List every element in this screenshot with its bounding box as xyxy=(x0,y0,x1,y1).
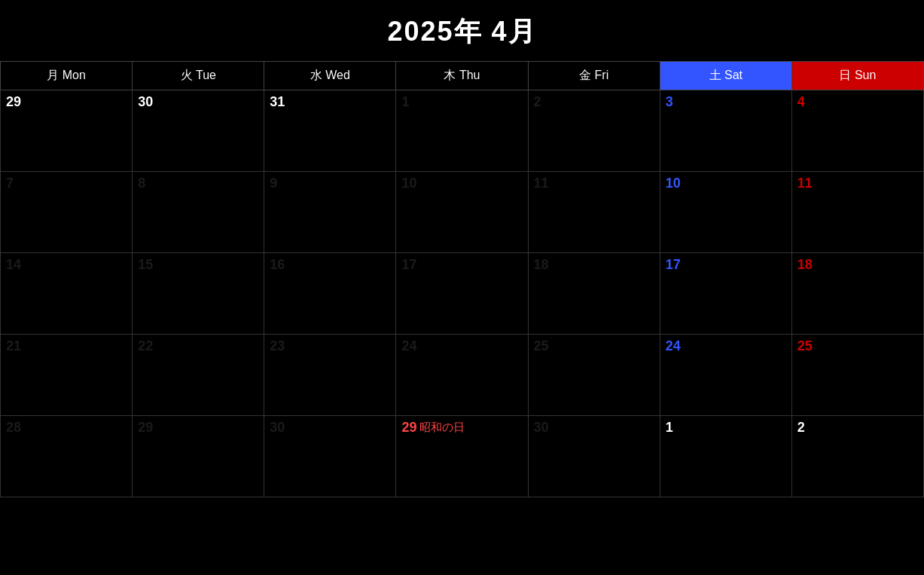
holiday-name: 昭和の日 xyxy=(419,421,465,435)
calendar-day[interactable]: 28 xyxy=(1,416,133,497)
calendar-day[interactable]: 21 xyxy=(1,335,133,416)
calendar-day[interactable]: 23 xyxy=(264,335,396,416)
day-number: 15 xyxy=(138,257,153,272)
calendar-day[interactable]: 7 xyxy=(1,172,133,253)
calendar-week-1: 2930311234 xyxy=(1,90,924,172)
day-number: 29 xyxy=(401,420,416,436)
calendar-day[interactable]: 18 xyxy=(791,253,923,335)
calendar-day[interactable]: 29昭和の日 xyxy=(396,416,528,497)
header-wed: 水 Wed xyxy=(264,62,396,90)
day-number: 10 xyxy=(401,176,416,191)
day-number: 28 xyxy=(6,420,21,435)
calendar-day[interactable]: 11 xyxy=(791,172,923,253)
day-number: 23 xyxy=(270,338,285,353)
day-number: 22 xyxy=(138,338,153,353)
day-number: 3 xyxy=(666,94,673,109)
day-number: 18 xyxy=(534,257,549,272)
day-number: 21 xyxy=(6,338,21,353)
calendar-day[interactable]: 4 xyxy=(791,90,923,172)
calendar-day[interactable]: 22 xyxy=(133,335,264,416)
calendar-table: 月 Mon 火 Tue 水 Wed 木 Thu 金 Fri 土 Sat 日 Su… xyxy=(0,61,924,497)
header-sun: 日 Sun xyxy=(791,62,923,90)
calendar-day[interactable]: 1 xyxy=(396,90,528,172)
header-thu: 木 Thu xyxy=(396,62,528,90)
calendar-title: 2025年 4月 xyxy=(0,0,924,61)
day-number: 2 xyxy=(534,94,541,109)
day-number: 24 xyxy=(666,338,681,353)
calendar-day[interactable]: 18 xyxy=(528,253,660,335)
calendar-day[interactable]: 14 xyxy=(1,253,133,335)
calendar-day[interactable]: 24 xyxy=(660,335,791,416)
calendar-day[interactable]: 25 xyxy=(528,335,660,416)
day-number: 7 xyxy=(6,176,14,191)
day-number: 31 xyxy=(270,94,285,109)
calendar-day[interactable]: 30 xyxy=(133,90,264,172)
day-number: 17 xyxy=(666,257,681,272)
calendar-day[interactable]: 17 xyxy=(660,253,791,335)
day-number: 30 xyxy=(138,94,153,109)
day-number: 17 xyxy=(401,257,416,272)
day-number: 25 xyxy=(534,338,549,353)
header-sat: 土 Sat xyxy=(660,62,791,90)
day-number: 8 xyxy=(138,176,145,191)
day-number: 25 xyxy=(797,338,813,353)
calendar-day[interactable]: 11 xyxy=(528,172,660,253)
day-number: 11 xyxy=(797,176,813,191)
calendar-day[interactable]: 8 xyxy=(133,172,264,253)
calendar-week-5: 28293029昭和の日3012 xyxy=(1,416,924,497)
day-number: 4 xyxy=(797,94,805,109)
day-number: 14 xyxy=(6,257,21,272)
day-number: 1 xyxy=(401,94,409,109)
calendar-week-2: 78910111011 xyxy=(1,172,924,253)
calendar-day[interactable]: 24 xyxy=(396,335,528,416)
calendar-day[interactable]: 3 xyxy=(660,90,791,172)
header-mon: 月 Mon xyxy=(1,62,133,90)
calendar-day[interactable]: 30 xyxy=(264,416,396,497)
day-number: 9 xyxy=(270,176,277,191)
day-number: 11 xyxy=(534,176,549,191)
day-number: 30 xyxy=(270,420,285,435)
calendar-day[interactable]: 16 xyxy=(264,253,396,335)
calendar-week-3: 14151617181718 xyxy=(1,253,924,335)
calendar-day[interactable]: 1 xyxy=(660,416,791,497)
day-number: 2 xyxy=(797,420,805,435)
day-number: 16 xyxy=(270,257,285,272)
day-number: 29 xyxy=(6,94,21,109)
day-number: 10 xyxy=(666,176,681,191)
day-number: 18 xyxy=(797,257,813,272)
day-number: 30 xyxy=(534,420,549,435)
calendar-day[interactable]: 9 xyxy=(264,172,396,253)
calendar-day[interactable]: 10 xyxy=(396,172,528,253)
calendar-day[interactable]: 30 xyxy=(528,416,660,497)
calendar-day[interactable]: 17 xyxy=(396,253,528,335)
calendar-day[interactable]: 25 xyxy=(791,335,923,416)
day-number: 24 xyxy=(401,338,416,353)
calendar-day[interactable]: 15 xyxy=(133,253,264,335)
calendar-day[interactable]: 2 xyxy=(528,90,660,172)
calendar-day[interactable]: 29 xyxy=(133,416,264,497)
calendar-week-4: 21222324252425 xyxy=(1,335,924,416)
calendar-day[interactable]: 2 xyxy=(791,416,923,497)
day-number: 29 xyxy=(138,420,153,435)
calendar-day[interactable]: 31 xyxy=(264,90,396,172)
calendar-day[interactable]: 29 xyxy=(1,90,133,172)
day-number: 1 xyxy=(666,420,673,435)
weekday-header-row: 月 Mon 火 Tue 水 Wed 木 Thu 金 Fri 土 Sat 日 Su… xyxy=(1,62,924,90)
header-fri: 金 Fri xyxy=(528,62,660,90)
header-tue: 火 Tue xyxy=(133,62,264,90)
calendar-day[interactable]: 10 xyxy=(660,172,791,253)
